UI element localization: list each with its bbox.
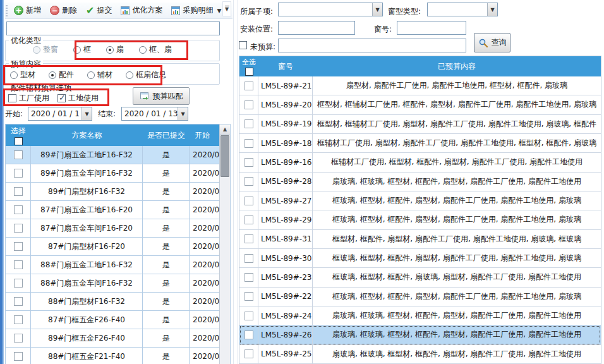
table-row[interactable]: 89#门框五金F26-F40 是 2020/0 [6,329,220,348]
radio-option[interactable]: 辅材 [87,70,112,80]
radio-option[interactable]: 扇 [106,44,124,55]
row-checkbox[interactable] [245,349,253,358]
submit-button[interactable]: ✔ 提交 [82,4,116,17]
row-checkbox[interactable] [245,312,253,320]
optimize-plan-button[interactable]: 优化方案 [117,4,166,17]
table-row[interactable]: LM5L-89#-25F23 扇玻璃, 框玻璃, 框型材, 框配件, 扇型材, … [239,345,601,364]
chevron-down-icon[interactable]: ▼ [82,107,92,120]
row-checkbox[interactable] [245,139,253,148]
table-row[interactable]: LM5L-89#-19F17 框型材, 框辅材工厂使用, 扇型材, 扇配件工厂使… [239,115,601,134]
panel-splitter[interactable] [233,0,234,364]
table-row[interactable]: 87#门扇五金工地F16-F20 是 2020/0 [6,201,220,219]
plan-name-column-header[interactable]: 方案名称 [31,124,143,146]
row-checkbox[interactable] [245,177,253,186]
add-button[interactable]: + 新增 [10,4,45,17]
budget-match-button[interactable]: 预算匹配 [133,87,190,105]
table-row[interactable]: 88#门扇五金工地F16-F32 是 2020/0 [6,256,220,274]
no-budget-checkbox[interactable] [239,41,247,49]
row-checkbox[interactable] [245,292,253,301]
plan-filter-input[interactable] [6,21,220,35]
start-column-header[interactable]: 开始 [190,124,220,146]
row-checkbox[interactable] [245,100,253,109]
install-location-input[interactable] [278,21,355,35]
row-checkbox[interactable] [245,119,253,128]
row-checkbox[interactable] [14,150,23,159]
checkbox-option[interactable]: 工厂使用 [8,93,49,104]
window-budget-table: 全选 窗号 已预算内容 LM5L-89#-21F19 扇型材, 扇配件工厂使用,… [239,56,601,364]
chevron-down-icon[interactable]: ▼ [178,107,188,120]
row-checkbox[interactable] [14,279,23,288]
table-row[interactable]: LM5L-89#-26F24 扇玻璃, 框玻璃, 框型材, 框配件, 扇型材, … [239,325,601,344]
window-type-select[interactable]: ▼ [427,3,498,16]
table-row[interactable]: LM5L-89#-18F16 框辅材工厂使用, 扇型材, 扇配件工厂使用, 扇配… [239,134,601,153]
radio-option[interactable]: 配件 [49,70,74,80]
sub-item-select[interactable]: ▼ [278,3,383,16]
radio-option[interactable]: 型材 [10,70,35,80]
row-checkbox[interactable] [245,82,253,90]
row-checkbox[interactable] [14,224,23,233]
row-checkbox[interactable] [14,187,23,196]
table-row[interactable]: LM5L-89#-30F28 框玻璃, 框型材, 框配件, 扇型材, 扇配件工厂… [239,249,601,268]
plan-table-scrollbar[interactable]: ▲ [219,124,230,364]
checkbox-option[interactable]: 工地使用 [57,93,99,104]
window-no-column-header[interactable]: 窗号 [258,56,313,76]
radio-option[interactable]: 框、扇 [139,44,172,55]
table-row[interactable]: LM5L-89#-22F20 框玻璃, 框型材, 框配件, 扇型材, 扇配件工厂… [239,288,601,306]
scrollbar-thumb[interactable] [220,135,229,177]
chevron-down-icon[interactable]: ▼ [487,3,497,16]
table-row[interactable]: 88#门框五金F21-F40 是 2020/0 [6,348,220,364]
table-row[interactable]: 87#门扇五金车间F16-F20 是 2020/0 [6,219,220,238]
end-date-picker[interactable]: 2020 / 01 / 13 ▼ [121,107,188,121]
table-row[interactable]: LM5L-89#-27F25 框玻璃, 框型材, 框配件, 扇型材, 扇配件工厂… [239,191,601,210]
no-budget-input[interactable] [278,39,466,52]
table-row[interactable]: 87#门扇型材F16-F20 是 2020/0 [6,238,220,256]
table-row[interactable]: LM5L-89#-23F21 框玻璃, 框型材, 框配件, 扇玻璃, 扇型材, … [239,268,601,287]
budget-content-column-header[interactable]: 已预算内容 [313,56,601,76]
table-row[interactable]: 89#门扇型材F16-F32 是 2020/0 [6,183,220,201]
row-checkbox[interactable] [245,158,253,167]
radio-icon [87,71,95,79]
table-row[interactable]: 88#门扇型材F16-F32 是 2020/0 [6,293,220,311]
row-checkbox[interactable] [245,234,253,243]
table-row[interactable]: LM5L-89#-16F15 框辅材工厂使用, 框型材, 框配件, 扇型材, 扇… [239,153,601,172]
query-button[interactable]: 查询 [474,33,510,52]
row-checkbox[interactable] [245,254,253,263]
row-checkbox[interactable] [14,334,23,343]
table-row[interactable]: LM5L-89#-21F19 扇型材, 扇配件工厂使用, 扇配件工地使用, 框型… [239,76,601,95]
radio-option[interactable]: 框扇信息 [126,70,166,80]
table-row[interactable]: 89#门扇五金车间F16-F32 是 2020/0 [6,164,220,183]
scroll-up-icon[interactable]: ▲ [220,124,230,135]
row-checkbox[interactable] [245,331,253,339]
table-row[interactable]: 89#门扇五金工地F16-F32 是 2020/0 [6,146,220,164]
radio-option[interactable]: 框 [73,44,91,55]
plan-name-cell: 89#门扇五金车间F16-F32 [31,164,143,182]
row-checkbox[interactable] [245,273,253,282]
row-checkbox[interactable] [14,205,23,214]
delete-button[interactable]: − 删除 [46,4,81,17]
start-date-picker[interactable]: 2020 / 01 / 1 ▼ [28,107,92,121]
radio-option[interactable]: 整窗 [33,44,58,55]
table-row[interactable]: LM5L-89#-20F18 框型材, 框辅材工厂使用, 框配件, 扇型材, 扇… [239,95,601,114]
row-checkbox[interactable] [14,242,23,251]
toolbar-overflow-button[interactable]: ▼ [222,1,231,16]
submitted-column-header[interactable]: 是否已提交 [143,124,190,146]
table-row[interactable]: LM5L-89#-28F26 扇玻璃, 框玻璃, 框型材, 框配件, 扇型材, … [239,173,601,191]
window-no-input[interactable] [397,21,466,35]
row-checkbox[interactable] [14,260,23,269]
row-checkbox[interactable] [245,197,253,205]
table-row[interactable]: LM5L-89#-29F27 框玻璃, 框型材, 框配件, 扇型材, 扇配件工厂… [239,210,601,229]
row-checkbox[interactable] [14,297,23,306]
toolbar-grip[interactable] [6,5,8,16]
select-all-checkbox[interactable] [245,68,253,76]
row-checkbox[interactable] [245,215,253,224]
table-row[interactable]: LM5L-89#-24F22 扇玻璃, 框玻璃, 框型材, 框配件, 扇型材, … [239,306,601,325]
chevron-down-icon[interactable]: ▼ [372,3,382,16]
table-row[interactable]: 87#门框五金F26-F40 是 2020/0 [6,311,220,329]
row-checkbox[interactable] [14,169,23,178]
row-checkbox[interactable] [14,315,23,324]
row-checkbox[interactable] [14,352,23,361]
table-row[interactable]: LM5L-89#-31F29 框型材, 框配件, 扇型材, 扇配件工厂使用, 扇… [239,230,601,249]
select-all-checkbox[interactable] [15,137,23,145]
table-row[interactable]: 88#门扇五金车间F16-F32 是 2020/0 [6,274,220,293]
purchase-detail-button[interactable]: 采购明细 ▼ [167,4,225,17]
